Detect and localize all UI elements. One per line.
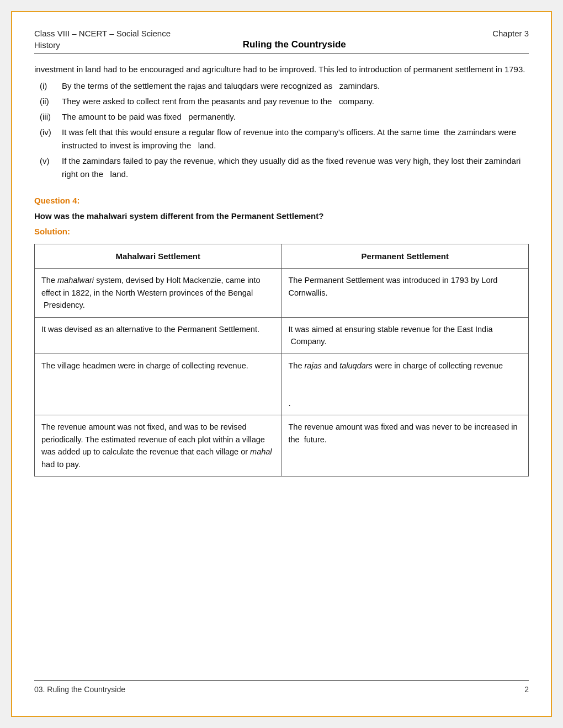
- table-header-right: Permanent Settlement: [282, 244, 529, 269]
- comparison-table: Mahalwari Settlement Permanent Settlemen…: [34, 244, 529, 477]
- list-text-v: If the zamindars failed to pay the reven…: [62, 154, 529, 181]
- list-item-v: (v) If the zamindars failed to pay the r…: [34, 154, 529, 181]
- footer-left: 03. Ruling the Countryside: [34, 685, 125, 694]
- page-title: Ruling the Countryside: [60, 39, 529, 50]
- table-cell-3-left: The village headmen were in charge of co…: [35, 354, 282, 415]
- question4-section: Question 4: How was the mahalwari system…: [34, 194, 529, 477]
- list-text-iii: The amount to be paid was fixed permanen…: [62, 110, 236, 124]
- table-cell-3-right: The rajas and taluqdars were in charge o…: [282, 354, 529, 415]
- solution-label: Solution:: [34, 225, 529, 238]
- table-cell-4-left: The revenue amount was not fixed, and wa…: [35, 415, 282, 477]
- table-cell-1-left: The mahalwari system, devised by Holt Ma…: [35, 269, 282, 317]
- question4-text: How was the mahalwari system different f…: [34, 210, 529, 223]
- table-cell-1-right: The Permanent Settlement was introduced …: [282, 269, 529, 317]
- list-text-ii: They were asked to collect rent from the…: [62, 95, 374, 108]
- question4-label: Question 4:: [34, 194, 529, 207]
- table-row-3: The village headmen were in charge of co…: [35, 354, 529, 415]
- table-cell-4-right: The revenue amount was fixed and was nev…: [282, 415, 529, 477]
- list-item-ii: (ii) They were asked to collect rent fro…: [34, 95, 529, 108]
- intro-paragraph: investment in land had to be encouraged …: [34, 63, 529, 76]
- content-area: investment in land had to be encouraged …: [34, 63, 529, 669]
- table-row-1: The mahalwari system, devised by Holt Ma…: [35, 269, 529, 317]
- subject: History: [34, 40, 60, 50]
- header: Class VIII – NCERT – Social Science Chap…: [34, 29, 529, 54]
- list-item-iv: (iv) It was felt that this would ensure …: [34, 126, 529, 152]
- table-header-left: Mahalwari Settlement: [35, 244, 282, 269]
- list-label-ii: (ii): [40, 95, 62, 108]
- table-row-2: It was devised as an alternative to the …: [35, 317, 529, 354]
- table-cell-2-right: It was aimed at ensuring stable revenue …: [282, 317, 529, 354]
- page: Class VIII – NCERT – Social Science Chap…: [11, 11, 552, 717]
- footer: 03. Ruling the Countryside 2: [34, 680, 529, 694]
- list-label-v: (v): [40, 154, 62, 181]
- class-info: Class VIII – NCERT – Social Science: [34, 29, 171, 38]
- table-row-4: The revenue amount was not fixed, and wa…: [35, 415, 529, 477]
- list-text-iv: It was felt that this would ensure a reg…: [62, 126, 529, 152]
- list-item-i: (i) By the terms of the settlement the r…: [34, 79, 529, 93]
- table-cell-2-left: It was devised as an alternative to the …: [35, 317, 282, 354]
- list-label-i: (i): [40, 79, 62, 93]
- list-label-iv: (iv): [40, 126, 62, 152]
- chapter: Chapter 3: [492, 29, 529, 38]
- footer-right: 2: [524, 685, 529, 694]
- list-label-iii: (iii): [40, 110, 62, 124]
- list-item-iii: (iii) The amount to be paid was fixed pe…: [34, 110, 529, 124]
- list-text-i: By the terms of the settlement the rajas…: [62, 79, 380, 93]
